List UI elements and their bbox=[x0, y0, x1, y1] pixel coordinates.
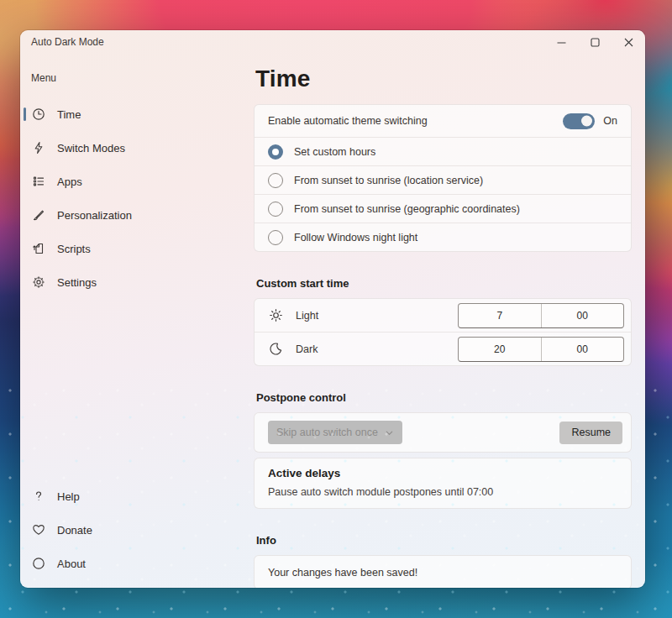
sidebar-item-label: Help bbox=[57, 490, 80, 503]
sidebar-item-label: Donate bbox=[57, 524, 92, 537]
sidebar-item-label: About bbox=[57, 558, 86, 570]
info-card: Your changes have been saved! bbox=[254, 555, 632, 588]
toggle-knob bbox=[581, 116, 592, 127]
circle-icon bbox=[31, 557, 45, 571]
info-label: Info bbox=[256, 534, 632, 547]
close-button[interactable] bbox=[612, 30, 645, 54]
theme-switch-row: Enable automatic theme switching On bbox=[255, 105, 631, 137]
dark-hour-field[interactable]: 20 bbox=[459, 338, 541, 361]
minimize-button[interactable] bbox=[544, 30, 578, 54]
sidebar-item-label: Time bbox=[57, 108, 81, 121]
sidebar-item-label: Scripts bbox=[57, 243, 91, 255]
dark-time-picker[interactable]: 20 00 bbox=[458, 337, 624, 362]
postpone-control-card: Skip auto switch once Resume bbox=[254, 412, 632, 453]
theme-switching-card: Enable automatic theme switching On Set … bbox=[254, 104, 632, 252]
maximize-icon bbox=[591, 38, 600, 47]
clock-icon bbox=[31, 107, 45, 122]
window-title: Auto Dark Mode bbox=[20, 36, 104, 48]
title-bar[interactable]: Auto Dark Mode bbox=[20, 30, 645, 54]
radio-option-custom-hours[interactable]: Set custom hours bbox=[255, 137, 631, 165]
postpone-dropdown[interactable]: Skip auto switch once bbox=[268, 421, 402, 444]
sidebar-nav: Time Switch Modes Apps bbox=[20, 97, 247, 299]
info-message: Your changes have been saved! bbox=[268, 567, 417, 579]
app-list-icon bbox=[31, 175, 45, 189]
radio-selected-icon bbox=[268, 144, 283, 160]
radio-option-night-light[interactable]: Follow Windows night light bbox=[255, 223, 631, 251]
main-content: Time Enable automatic theme switching On… bbox=[247, 54, 645, 588]
theme-switch-label: Enable automatic theme switching bbox=[268, 115, 428, 127]
radio-option-label: Follow Windows night light bbox=[294, 232, 417, 244]
sidebar-item-label: Apps bbox=[57, 175, 82, 188]
light-time-picker[interactable]: 7 00 bbox=[458, 303, 624, 328]
moon-icon bbox=[268, 342, 283, 357]
sun-icon bbox=[268, 308, 283, 323]
sidebar: Menu Time Switch Modes bbox=[20, 54, 247, 588]
sidebar-item-time[interactable]: Time bbox=[20, 97, 247, 131]
window-controls bbox=[544, 30, 645, 54]
sidebar-item-label: Personalization bbox=[57, 209, 132, 222]
dark-minute-field[interactable]: 00 bbox=[541, 338, 624, 361]
dark-time-row: Dark 20 00 bbox=[255, 332, 631, 365]
radio-unselected-icon bbox=[268, 202, 283, 217]
sidebar-item-help[interactable]: Help bbox=[20, 479, 247, 513]
brush-icon bbox=[31, 208, 45, 223]
heart-icon bbox=[31, 523, 45, 537]
light-time-row: Light 7 00 bbox=[255, 299, 631, 332]
sidebar-item-scripts[interactable]: Scripts bbox=[20, 232, 247, 265]
radio-option-location-service[interactable]: From sunset to sunrise (location service… bbox=[255, 165, 631, 194]
script-icon bbox=[31, 242, 45, 256]
sidebar-item-switch-modes[interactable]: Switch Modes bbox=[20, 131, 247, 165]
minimize-icon bbox=[557, 38, 566, 47]
light-minute-field[interactable]: 00 bbox=[541, 304, 624, 327]
maximize-button[interactable] bbox=[578, 30, 612, 54]
light-hour-field[interactable]: 7 bbox=[459, 304, 541, 327]
app-window: Auto Dark Mode Menu bbox=[20, 30, 645, 588]
active-delays-title: Active delays bbox=[268, 467, 617, 479]
radio-option-label: Set custom hours bbox=[294, 146, 375, 158]
radio-option-label: From sunset to sunrise (location service… bbox=[294, 175, 483, 186]
toggle-state-label: On bbox=[603, 115, 617, 127]
chevron-down-icon bbox=[385, 428, 394, 437]
sidebar-item-personalization[interactable]: Personalization bbox=[20, 198, 247, 232]
active-delays-card: Active delays Pause auto switch module p… bbox=[254, 458, 632, 509]
theme-switch-toggle[interactable] bbox=[563, 113, 595, 129]
sidebar-item-settings[interactable]: Settings bbox=[20, 265, 247, 299]
question-icon bbox=[31, 490, 45, 504]
active-delays-text: Pause auto switch module postpones until… bbox=[268, 486, 617, 498]
radio-option-label: From sunset to sunrise (geographic coord… bbox=[294, 203, 520, 215]
sidebar-item-donate[interactable]: Donate bbox=[20, 513, 247, 547]
desktop-wallpaper: Auto Dark Mode Menu bbox=[0, 0, 672, 618]
sidebar-item-apps[interactable]: Apps bbox=[20, 165, 247, 198]
light-label: Light bbox=[296, 310, 318, 322]
lightning-icon bbox=[31, 141, 45, 155]
resume-button[interactable]: Resume bbox=[559, 422, 622, 444]
radio-unselected-icon bbox=[268, 230, 283, 245]
radio-unselected-icon bbox=[268, 173, 283, 188]
postpone-control-label: Postpone control bbox=[256, 391, 632, 404]
sidebar-item-label: Switch Modes bbox=[57, 142, 125, 154]
sidebar-item-about[interactable]: About bbox=[20, 547, 247, 580]
custom-start-time-label: Custom start time bbox=[256, 277, 632, 290]
menu-label: Menu bbox=[20, 72, 247, 84]
radio-option-geographic-coordinates[interactable]: From sunset to sunrise (geographic coord… bbox=[255, 194, 631, 223]
sidebar-footer-nav: Help Donate About bbox=[20, 479, 247, 588]
postpone-dropdown-value: Skip auto switch once bbox=[276, 427, 378, 438]
sidebar-item-label: Settings bbox=[57, 276, 97, 289]
dark-label: Dark bbox=[296, 343, 318, 355]
page-title: Time bbox=[255, 65, 632, 92]
custom-start-time-card: Light 7 00 Dark 20 00 bbox=[254, 298, 632, 366]
close-icon bbox=[624, 38, 633, 47]
gear-icon bbox=[31, 275, 45, 290]
